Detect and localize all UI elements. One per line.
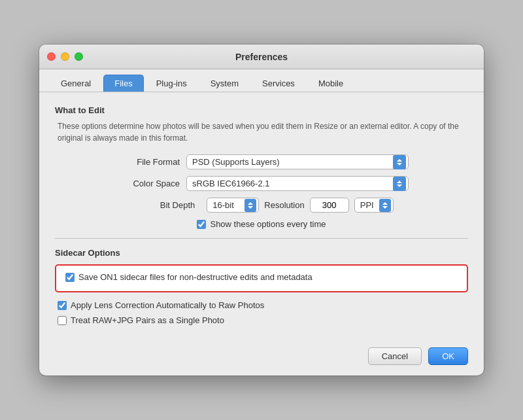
sidecar-section: Sidecar Options Save ON1 sidecar files f… xyxy=(55,248,468,292)
divider xyxy=(55,238,468,239)
ppi-select[interactable]: PPI DPI xyxy=(354,198,394,213)
minimize-button[interactable] xyxy=(61,52,69,61)
footer: Cancel OK xyxy=(39,341,484,376)
show-options-checkbox[interactable] xyxy=(197,220,206,229)
preferences-window: Preferences General Files Plug-ins Syste… xyxy=(39,44,484,376)
color-space-row: Color Space sRGB IEC61966-2.1 Adobe RGB … xyxy=(55,176,468,191)
window-title: Preferences xyxy=(235,52,288,62)
file-format-select[interactable]: PSD (Supports Layers) TIFF JPEG xyxy=(186,154,409,169)
close-button[interactable] xyxy=(47,52,56,61)
titlebar: Preferences xyxy=(39,44,484,69)
bit-depth-select[interactable]: 16-bit 8-bit xyxy=(207,198,259,213)
cancel-button[interactable]: Cancel xyxy=(368,347,422,365)
lens-correction-checkbox[interactable] xyxy=(58,301,67,310)
description-text: These options determine how photos will … xyxy=(55,120,468,144)
tab-general[interactable]: General xyxy=(50,75,102,92)
ok-button[interactable]: OK xyxy=(428,347,468,365)
bit-depth-label: Bit Depth xyxy=(129,200,195,210)
sidecar-title: Sidecar Options xyxy=(55,248,468,258)
sidecar-box: Save ON1 sidecar files for non-destructi… xyxy=(55,264,468,292)
sidecar-label: Save ON1 sidecar files for non-destructi… xyxy=(78,272,312,282)
sidecar-checkbox[interactable] xyxy=(65,273,75,282)
tabs-bar: General Files Plug-ins System Services M… xyxy=(39,69,484,92)
show-options-label: Show these options every time xyxy=(210,219,326,229)
resolution-label: Resolution xyxy=(264,200,304,210)
lens-correction-label: Apply Lens Correction Automatically to R… xyxy=(71,300,264,310)
raw-jpg-row: Treat RAW+JPG Pairs as a Single Photo xyxy=(58,315,465,325)
sidecar-option-row: Save ON1 sidecar files for non-destructi… xyxy=(65,272,458,282)
raw-jpg-label: Treat RAW+JPG Pairs as a Single Photo xyxy=(71,315,224,325)
file-format-label: File Format xyxy=(114,157,180,167)
bit-depth-resolution-row: Bit Depth 16-bit 8-bit Resolution PPI DP… xyxy=(55,198,468,213)
content-area: What to Edit These options determine how… xyxy=(39,92,484,341)
raw-jpg-checkbox[interactable] xyxy=(58,316,67,325)
what-to-edit-title: What to Edit xyxy=(55,105,468,115)
tab-services[interactable]: Services xyxy=(251,75,306,92)
bit-depth-select-wrapper: 16-bit 8-bit xyxy=(207,198,259,213)
titlebar-buttons xyxy=(47,52,83,61)
lens-correction-row: Apply Lens Correction Automatically to R… xyxy=(58,300,465,310)
file-format-row: File Format PSD (Supports Layers) TIFF J… xyxy=(55,154,468,169)
ppi-select-wrapper: PPI DPI xyxy=(354,198,394,213)
resolution-input[interactable] xyxy=(310,198,349,213)
file-format-select-wrapper: PSD (Supports Layers) TIFF JPEG xyxy=(186,154,409,169)
color-space-select[interactable]: sRGB IEC61966-2.1 Adobe RGB (1998) ProPh… xyxy=(186,176,409,191)
other-options: Apply Lens Correction Automatically to R… xyxy=(55,300,468,325)
color-space-select-wrapper: sRGB IEC61966-2.1 Adobe RGB (1998) ProPh… xyxy=(186,176,409,191)
show-options-row: Show these options every time xyxy=(55,219,468,229)
tab-mobile[interactable]: Mobile xyxy=(307,75,354,92)
color-space-label: Color Space xyxy=(114,179,180,188)
tab-files[interactable]: Files xyxy=(103,75,143,92)
tab-system[interactable]: System xyxy=(199,75,250,92)
maximize-button[interactable] xyxy=(75,52,83,61)
tab-plugins[interactable]: Plug-ins xyxy=(145,75,198,92)
